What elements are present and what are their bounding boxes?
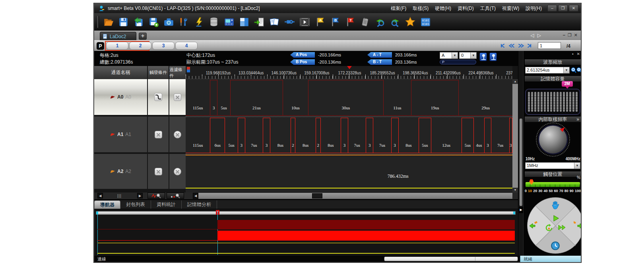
wave-scroll-left-button[interactable]: ◀ bbox=[193, 193, 198, 199]
export-icon[interactable] bbox=[253, 16, 265, 28]
zoom-out-button[interactable] bbox=[576, 67, 581, 73]
menu-s[interactable]: 取樣(S) bbox=[410, 4, 431, 13]
tab-next-button[interactable]: ▷ bbox=[537, 33, 541, 38]
splitter-scrollbar[interactable] bbox=[520, 119, 522, 206]
marker-tag-b-t[interactable]: B - T bbox=[367, 59, 392, 65]
marker-index-combo[interactable]: 0▼ bbox=[459, 52, 477, 59]
menu-f[interactable]: 檔案(F) bbox=[388, 4, 409, 13]
waveform-vscrollbar[interactable]: ▲ ▼ bbox=[512, 79, 518, 192]
new-tab-button[interactable]: + bbox=[139, 33, 147, 40]
filter-condition-cell[interactable] bbox=[169, 117, 186, 152]
no-trigger-icon[interactable] bbox=[155, 131, 162, 138]
restore-button[interactable]: ❐ bbox=[558, 5, 568, 12]
layout-icon[interactable] bbox=[238, 16, 250, 28]
navigator-range-bar[interactable] bbox=[96, 211, 516, 215]
trigger-condition-cell[interactable] bbox=[148, 117, 169, 152]
channel-name-cell[interactable]: A1A1 bbox=[94, 117, 148, 152]
no-trigger-icon[interactable] bbox=[155, 168, 162, 175]
doc-tab-ladoc2[interactable]: LaDoc2 bbox=[100, 32, 136, 41]
zoom-in-button[interactable] bbox=[571, 67, 576, 73]
compare-icon[interactable] bbox=[268, 16, 280, 28]
col-filter-condition[interactable]: 過濾條件 bbox=[169, 66, 186, 79]
navigation-wheel[interactable] bbox=[527, 197, 581, 254]
save-as-icon[interactable] bbox=[147, 16, 159, 28]
channel-row-a2[interactable]: A2A2 bbox=[94, 154, 186, 190]
panel-close-button[interactable]: ✕ bbox=[577, 52, 580, 56]
no-filter-icon[interactable] bbox=[174, 168, 181, 175]
page-first-button[interactable] bbox=[499, 43, 506, 50]
chevron-down-icon[interactable]: ▼ bbox=[452, 52, 458, 58]
wave-scroll-up-button[interactable]: ▲ bbox=[512, 79, 518, 84]
channel-row-a1[interactable]: A1A1 bbox=[94, 117, 186, 153]
flag-b-icon[interactable]: B bbox=[329, 16, 341, 28]
clock-icon[interactable] bbox=[550, 241, 561, 251]
panel-splitter[interactable]: ▶ bbox=[518, 51, 523, 256]
trigger-condition-cell[interactable] bbox=[148, 154, 169, 189]
page-button-3[interactable]: 3 bbox=[152, 42, 175, 50]
marker-tag-bpos[interactable]: B Pos bbox=[290, 59, 315, 65]
tab-prev-button[interactable]: ◁ bbox=[531, 33, 534, 38]
marker-select-combo[interactable]: A▼ bbox=[440, 52, 458, 59]
add-marker-a-button[interactable] bbox=[479, 52, 487, 61]
trigger-icon[interactable] bbox=[193, 16, 205, 28]
col-channel-name[interactable]: 通道名稱 bbox=[94, 66, 148, 79]
falling-edge-icon[interactable] bbox=[154, 93, 162, 101]
panel-pin-button[interactable]: ▪ bbox=[572, 52, 574, 56]
page-prev-button[interactable] bbox=[508, 43, 515, 50]
label-tag-icon[interactable] bbox=[359, 16, 371, 28]
menu-d[interactable]: 資料(D) bbox=[455, 4, 476, 13]
video-icon[interactable] bbox=[299, 16, 310, 28]
table-scroll-grip[interactable]: ||| bbox=[117, 194, 122, 198]
page-next-button[interactable] bbox=[518, 43, 524, 50]
bottom-tab-4[interactable]: 記憶體分析 bbox=[182, 200, 217, 209]
doc-restore-button[interactable]: ❐ bbox=[568, 33, 572, 38]
binary-icon[interactable]: 01010101 bbox=[419, 16, 431, 28]
navigator-left-cursor[interactable] bbox=[97, 211, 98, 255]
zoom-value-combo[interactable]: 2.613254us▼ bbox=[525, 67, 570, 74]
jump-prev-edge-icon[interactable] bbox=[529, 221, 539, 229]
filter-condition-cell[interactable] bbox=[169, 79, 186, 115]
table-scroll-right-button[interactable]: ▶ bbox=[137, 193, 143, 198]
fast-forward-icon[interactable] bbox=[558, 224, 566, 231]
splitter-expand-button[interactable]: ▶ bbox=[519, 207, 523, 213]
menu-h[interactable]: 硬體(H) bbox=[433, 4, 454, 13]
data-search-button[interactable] bbox=[167, 192, 184, 199]
page-prefix-button[interactable]: P bbox=[97, 42, 104, 50]
jump-next-edge-icon[interactable] bbox=[574, 221, 581, 229]
waveform-search-button[interactable] bbox=[147, 192, 165, 199]
save-restore-icon[interactable] bbox=[132, 16, 144, 28]
chevron-down-icon[interactable]: ▼ bbox=[574, 163, 580, 169]
toolbar-grip[interactable] bbox=[97, 16, 99, 28]
bottom-tab-1[interactable]: 導航器 bbox=[94, 200, 120, 209]
memory-icon[interactable] bbox=[208, 16, 220, 28]
filter-condition-cell[interactable] bbox=[169, 154, 186, 189]
marker-b-flag-icon[interactable] bbox=[187, 67, 190, 70]
channel-name-cell[interactable]: A2A2 bbox=[94, 154, 148, 189]
wave-scroll-down-button[interactable]: ▼ bbox=[512, 188, 518, 192]
menu-h[interactable]: 說明(H) bbox=[523, 4, 544, 13]
bottom-tab-3[interactable]: 資料統計 bbox=[151, 200, 182, 209]
open-file-icon[interactable] bbox=[102, 16, 114, 28]
trigger-marker-icon[interactable] bbox=[347, 66, 352, 72]
trigger-position-slider[interactable] bbox=[525, 182, 580, 187]
connector-icon[interactable] bbox=[283, 16, 295, 28]
no-filter-icon[interactable] bbox=[174, 93, 181, 101]
page-last-button[interactable] bbox=[527, 43, 533, 50]
play-icon[interactable] bbox=[552, 214, 560, 222]
wave-scroll-thumb[interactable] bbox=[312, 193, 322, 198]
save-icon[interactable] bbox=[117, 16, 129, 28]
minimize-button[interactable]: – bbox=[547, 5, 557, 12]
navigator-panel[interactable]: T bbox=[94, 209, 518, 256]
waveform-area[interactable]: 115us35us21us10us30us11us19us29us115us6u… bbox=[186, 79, 512, 192]
menu-t[interactable]: 工具(T) bbox=[478, 4, 498, 13]
memory-meter[interactable] bbox=[525, 89, 580, 115]
page-button-1[interactable]: 1 bbox=[106, 42, 128, 50]
channel-name-cell[interactable]: A0A0 bbox=[94, 79, 148, 115]
col-trigger-condition[interactable]: 觸發條件 bbox=[148, 66, 169, 79]
marker-tag-apos[interactable]: A Pos bbox=[290, 52, 315, 58]
tools-icon[interactable] bbox=[178, 16, 190, 28]
chevron-down-icon[interactable]: ▼ bbox=[470, 52, 476, 58]
zoom-next-icon[interactable] bbox=[389, 16, 401, 28]
close-button[interactable]: ✕ bbox=[569, 5, 578, 12]
table-scroll-left-button[interactable]: ◀ bbox=[97, 193, 103, 198]
